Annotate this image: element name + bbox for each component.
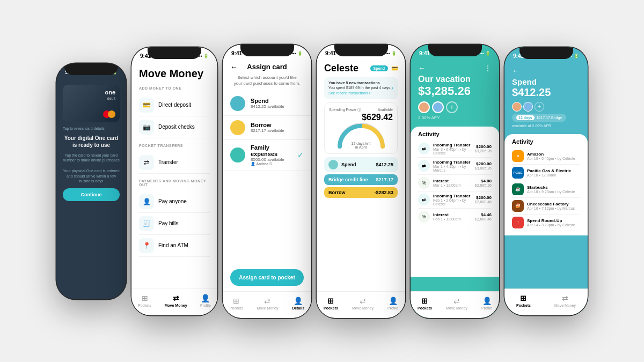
section-pocket-transfers: POCKET TRANSFERS [139, 144, 210, 147]
bridge-bar-name: Bridge credit line [328, 177, 368, 182]
list-item[interactable]: ⇄ Incoming Transfer Mar 3 • 6:45pm • by … [418, 141, 492, 158]
assign-card-title: Assign card [242, 63, 292, 71]
celeste-header-icons: Spend 💳 [370, 65, 398, 71]
spend-bar-name: Spend [341, 162, 356, 167]
add-spend-avatar[interactable]: + [535, 102, 544, 112]
phone-celeste: 9:41 ▪▪▪ 🔋 Celeste Spend 💳 You have 5 ne… [317, 45, 405, 318]
pocket-check-icon: ✓ [297, 151, 304, 159]
list-item[interactable]: PG&E Pacific Gas & Electric Apr 18 • 12:… [512, 165, 580, 181]
spend-bar[interactable]: Spend $412.25 [324, 157, 398, 172]
notif-link[interactable]: See recent transactions › [328, 91, 370, 95]
notch-2 [148, 47, 201, 59]
time-3: 9:41 [231, 50, 242, 56]
list-item[interactable]: ↑ Spend Round-Up Apr 14 • 3:23pm • by Ce… [512, 215, 580, 231]
list-item[interactable]: 🧾 Pay bills [139, 213, 210, 235]
activity-title-6: Activity [512, 138, 580, 145]
nav-pockets-2[interactable]: ⊞ Pockets [138, 294, 151, 307]
spend-badge: Spend [370, 65, 388, 71]
nav-move-money-3[interactable]: ⇄ Move Money [257, 297, 278, 310]
pocket-family-balance: $500.00 available [251, 157, 292, 162]
celeste-header: Celeste Spend 💳 [317, 60, 405, 77]
list-item[interactable]: ☕ Starbucks Apr 18 • 9:23am • by Celeste [512, 181, 580, 198]
assign-card-subtitle: Select which account you'd like your car… [223, 75, 311, 92]
back-arrow-5[interactable]: ← [418, 64, 426, 72]
notch-4 [334, 45, 388, 56]
add-avatar-button[interactable]: + [446, 101, 458, 113]
phone-move-money: 9:41 ▪▪▪ 🔋 Move Money ADD MONEY TO ONE 💳… [131, 47, 217, 315]
nav-pockets-3[interactable]: ⊞ Pockets [230, 297, 243, 310]
move-money-title: Move Money [139, 68, 210, 80]
nav-details-3[interactable]: 👤 Details [292, 297, 304, 310]
back-arrow-3[interactable]: ← [230, 63, 238, 71]
nav-move-money-2[interactable]: ⇄ Move Money [165, 294, 187, 307]
tap-reveal: Tap to reveal card details [63, 127, 120, 130]
pocket-option-borrow[interactable]: Borrow $217.17 available [223, 116, 311, 140]
bottom-nav-5: ⊞ Pockets ⇄ Move Money 👤 Profile [411, 291, 499, 318]
pay-anyone-label: Pay anyone [158, 198, 187, 204]
activity-title-5: Activity [418, 131, 492, 137]
nav-move-money-4[interactable]: ⇄ Move Money [352, 297, 374, 310]
card-ready-title: Your digital One card is ready to use [63, 135, 120, 149]
bottom-nav-3: ⊞ Pockets ⇄ Move Money 👤 Details [223, 291, 311, 318]
continue-button[interactable]: Continue [63, 188, 120, 201]
spend-title: Spend [512, 77, 580, 86]
list-item[interactable]: 📷 Deposit checks [139, 116, 210, 138]
spending-power-label: Spending Power ⓘ [329, 107, 361, 113]
pocket-option-family[interactable]: Family expenses $500.00 available 👤 Andr… [223, 140, 311, 171]
nav-pockets-6[interactable]: ⊞ Pockets [516, 294, 531, 307]
borrow-bar[interactable]: Borrow -$282.83 [324, 187, 398, 198]
notification-bar[interactable]: You have 5 new transactions You spent $1… [324, 77, 398, 99]
nav-pockets-4[interactable]: ⊞ Pockets [324, 297, 338, 310]
find-atm-label: Find an ATM [158, 242, 188, 248]
list-item[interactable]: ⇄ Transfer [139, 152, 210, 174]
spend-amount: $412.25 [512, 86, 580, 99]
list-item[interactable]: 💳 Direct deposit [139, 94, 210, 116]
list-item[interactable]: ⇄ Incoming Transfer Feb 1 • 2:04pm • by … [418, 191, 492, 209]
list-item[interactable]: 🍰 Cheesecake Factory Apr 16 • 7:12pm • b… [512, 198, 580, 215]
nav-profile-2[interactable]: 👤 Profile [200, 294, 211, 307]
nav-profile-4[interactable]: 👤 Profile [387, 297, 398, 310]
back-arrow-6[interactable]: ← [512, 67, 519, 75]
starbucks-logo: ☕ [512, 183, 524, 195]
list-item[interactable]: % Interest Feb 1 • 12:00am $4.46 $2,680.… [418, 209, 492, 225]
card-icon: 💳 [391, 65, 398, 71]
pocket-option-spend[interactable]: Spend $412.25 available [223, 92, 311, 116]
transfer-icon-2: ⇄ [418, 160, 430, 172]
status-icons-4: ▪▪▪ 🔋 [385, 51, 397, 56]
nav-profile-5[interactable]: 👤 Profile [481, 297, 492, 310]
list-item[interactable]: 👤 Pay anyone [139, 191, 210, 213]
bottom-nav-6: ⊞ Pockets ⇄ Move Money [504, 289, 588, 315]
notch-3 [240, 45, 294, 56]
vacation-title: Our vacation [418, 75, 492, 84]
borrow-dot [230, 120, 245, 135]
spend-body: Activity a Amazon Apr 19 • 6:45pm • by C… [504, 134, 588, 235]
phone-assign-card: 9:41 ▪▪▪ 🔋 ← Assign card Select which ac… [223, 45, 311, 318]
phone-vacation: 9:41 ▪▪▪ 🔋 ← ⋮ Our vacation $3,285.26 + … [411, 45, 499, 318]
spending-power-card: Spending Power ⓘ Available $629.42 12 da… [324, 102, 398, 154]
pocket-borrow-balance: $217.17 available [251, 128, 304, 133]
list-item[interactable]: a Amazon Apr 19 • 6:45pm • by Celeste [512, 148, 580, 165]
cheesecake-logo: 🍰 [512, 200, 524, 212]
bridge-bar[interactable]: Bridge credit line $217.17 [324, 174, 398, 185]
card-desc: Tap the card to reveal your card number … [63, 153, 120, 184]
list-item[interactable]: % Interest Mar 1 • 12:00am $4.80 $2,885.… [418, 175, 492, 191]
vacation-amount: $3,285.26 [418, 84, 492, 98]
available-label: Available [378, 108, 393, 112]
nav-pockets-5[interactable]: ⊞ Pockets [418, 297, 432, 310]
list-item[interactable]: ⇄ Incoming Transfer Mar 1 • 4:15pm • by … [418, 158, 492, 175]
vacation-nav: ← ⋮ [418, 64, 492, 72]
transfer-icon-3: ⇄ [418, 194, 430, 205]
nav-move-money-5[interactable]: ⇄ Move Money [446, 297, 467, 310]
three-dots-icon[interactable]: ⋮ [484, 64, 492, 72]
assign-card-button[interactable]: Assign card to pocket [230, 269, 304, 286]
find-atm-icon: 📍 [139, 238, 154, 253]
transfer-label: Transfer [158, 159, 178, 165]
notch-6 [519, 47, 573, 59]
list-item[interactable]: 📍 Find an ATM [139, 235, 210, 257]
card-type: debit [107, 97, 115, 100]
transfer-icon: ⇄ [139, 155, 154, 170]
vacation-header: ← ⋮ Our vacation $3,285.26 + 2.00% APY [411, 60, 499, 127]
card-brand: one [105, 89, 115, 95]
spend-avatar-1 [512, 102, 522, 112]
nav-move-money-6[interactable]: ⇄ Move Money [554, 294, 576, 307]
